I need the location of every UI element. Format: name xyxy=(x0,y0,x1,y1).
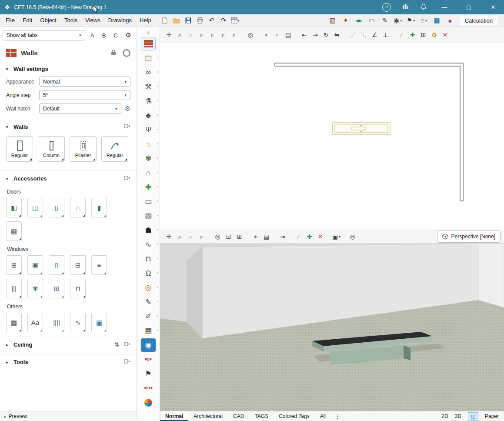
shelf-tool[interactable]: ▦ xyxy=(141,324,156,337)
flag-tool[interactable]: ⚑ xyxy=(141,367,156,381)
undo-icon[interactable]: ↶ xyxy=(207,15,217,26)
utensils-tool[interactable]: Ψ xyxy=(141,123,156,137)
show-all-tabs-dropdown[interactable]: Show all tabs ▾ xyxy=(3,30,85,40)
split-layout-button[interactable]: ◫ xyxy=(468,412,478,421)
hat-tool[interactable]: ☗ xyxy=(141,224,156,237)
snap-grid[interactable]: ⊥ xyxy=(380,30,391,40)
window-sill[interactable]: ⊟ xyxy=(70,255,86,275)
zoom-drawing[interactable]: ⌕ xyxy=(196,30,207,40)
window-tall[interactable]: ▯ xyxy=(49,255,64,275)
first-aid-tool[interactable]: ✚ xyxy=(141,180,156,194)
home-tool[interactable]: ⌂ xyxy=(141,166,156,180)
other-grille[interactable]: ▦ xyxy=(6,313,22,332)
select-list[interactable]: ▤ xyxy=(261,231,272,242)
pan-tool[interactable]: ✛ xyxy=(164,30,174,40)
list-settings-icon[interactable]: ≡ xyxy=(419,15,429,26)
detach-section-icon[interactable] xyxy=(124,175,130,182)
print-icon[interactable] xyxy=(195,15,205,26)
other-panel[interactable]: ▣ xyxy=(91,313,107,332)
tab-letter[interactable]: C xyxy=(110,30,122,40)
window-blinds[interactable]: ≡ xyxy=(91,255,107,275)
settings-info[interactable]: ⚙ xyxy=(429,30,440,40)
select-window[interactable]: ⌖ xyxy=(250,231,261,242)
zoom-in[interactable]: ⌕ xyxy=(174,30,185,40)
detach-section-icon[interactable] xyxy=(124,124,130,130)
window-frame[interactable]: ⊞ xyxy=(49,279,64,298)
window-top[interactable]: ⊓ xyxy=(70,279,86,298)
rotate-tool[interactable]: ↻ xyxy=(320,30,331,40)
glasses-tool[interactable]: ∞ xyxy=(141,66,156,79)
perspective-selector[interactable]: Perspective [None] xyxy=(437,231,501,243)
menu-edit[interactable]: Edit xyxy=(19,14,36,27)
visibility-options[interactable]: ▣ xyxy=(331,231,342,242)
door-leaf[interactable]: ▯ xyxy=(49,198,64,217)
tab-normal[interactable]: Normal xyxy=(160,411,188,421)
delete-tool[interactable]: ✕ xyxy=(440,30,451,40)
wall-hatch-dropdown[interactable]: Default ▾ xyxy=(39,104,121,114)
snap-angle[interactable]: ⋱ xyxy=(358,30,369,40)
wall-type-pilaster[interactable]: Pilaster xyxy=(70,136,97,162)
other-text[interactable]: Aa xyxy=(27,313,43,332)
wall-type-regular[interactable]: Regular xyxy=(6,136,33,162)
pens-tool[interactable]: ✐ xyxy=(141,310,156,323)
properties-panel-icon[interactable]: ▥ xyxy=(327,15,338,26)
wall-type-regular-curved[interactable]: Regular xyxy=(101,136,128,162)
minimize-button[interactable]: — xyxy=(438,4,451,10)
stretch-left[interactable]: ⇤ xyxy=(299,30,310,40)
section-accessories[interactable]: ▾ Accessories xyxy=(0,171,137,184)
panel-settings-gear-icon[interactable]: ⚙ xyxy=(123,31,134,39)
pen-tool[interactable]: ✎ xyxy=(141,295,156,309)
window-plant[interactable]: ✾ xyxy=(27,279,43,298)
angle-step-dropdown[interactable]: 5° ▾ xyxy=(39,90,130,100)
desk-lamp-tool[interactable]: Ω xyxy=(141,267,156,280)
appearance-dropdown[interactable]: Normal ▾ xyxy=(39,77,130,87)
zoom-window[interactable]: ⌕ xyxy=(196,231,207,242)
menu-drawings[interactable]: Drawings xyxy=(104,14,136,27)
schedule-icon[interactable]: ▦ xyxy=(432,15,442,26)
fit-selection[interactable]: ⊞ xyxy=(234,231,245,242)
bulb-tool[interactable]: ☼ xyxy=(141,137,156,151)
grid-snap[interactable]: ⊞ xyxy=(418,30,429,40)
camera-target[interactable]: ◎ xyxy=(347,231,358,242)
window-picture[interactable]: ▣ xyxy=(27,255,43,275)
tab-colored-tags[interactable]: Colored Tags xyxy=(274,411,315,421)
other-curve[interactable]: ∿ xyxy=(70,313,86,332)
zoom-previous[interactable]: ⌕ xyxy=(229,30,240,40)
menu-tools[interactable]: Tools xyxy=(60,14,81,27)
stretch-tool[interactable]: ⇥ xyxy=(277,231,288,242)
tab-overflow-menu[interactable]: ⋮ xyxy=(331,411,344,421)
pdf-export-tool[interactable]: PDF xyxy=(141,353,156,366)
select-list[interactable]: ▤ xyxy=(283,30,294,40)
dark-plant-tool[interactable]: ♣ xyxy=(141,109,156,122)
detach-section-icon[interactable] xyxy=(124,359,130,365)
wall-type-column[interactable]: Column xyxy=(38,136,65,162)
tab-architectural[interactable]: Architectural xyxy=(188,411,228,421)
drawing-layout-icon[interactable]: ▾ xyxy=(230,15,240,26)
section-walls[interactable]: ▾ Walls xyxy=(0,119,137,133)
window-grid[interactable]: ⊞ xyxy=(6,255,22,275)
tab-letter[interactable]: A xyxy=(87,30,98,40)
collapse-panel-button[interactable]: ‹ xyxy=(147,28,150,37)
snap-free[interactable]: ⋰ xyxy=(347,30,358,40)
lock-icon[interactable] xyxy=(111,49,116,57)
wall-tool[interactable] xyxy=(141,37,156,50)
hand-tools[interactable]: ⚒ xyxy=(141,80,156,94)
tab-letter[interactable]: B xyxy=(98,30,110,40)
select-window[interactable]: ⌖ xyxy=(261,30,272,40)
fit-view[interactable]: ⊡ xyxy=(223,231,234,242)
add-vertex[interactable]: ✚ xyxy=(407,30,418,40)
press-tool[interactable]: ⚗ xyxy=(141,94,156,108)
center-view[interactable]: ◎ xyxy=(212,231,223,242)
other-radiator[interactable]: |||| xyxy=(49,313,64,332)
paper-view-button[interactable]: Paper xyxy=(485,413,499,419)
measure-tool[interactable]: ∕ xyxy=(293,231,304,242)
center-selected[interactable]: ◎ xyxy=(245,30,256,40)
calculation-button[interactable]: Calculation xyxy=(460,16,498,26)
redo-icon[interactable]: ↷ xyxy=(218,15,229,26)
menu-object[interactable]: Object xyxy=(36,14,60,27)
delete-tool[interactable]: ✕ xyxy=(315,231,326,242)
snap-pen-icon[interactable]: ✎ xyxy=(380,15,390,26)
3d-view-button[interactable]: 3D xyxy=(455,413,461,419)
help-icon[interactable]: ? xyxy=(382,3,391,12)
pan-tool[interactable]: ✛ xyxy=(164,231,174,242)
